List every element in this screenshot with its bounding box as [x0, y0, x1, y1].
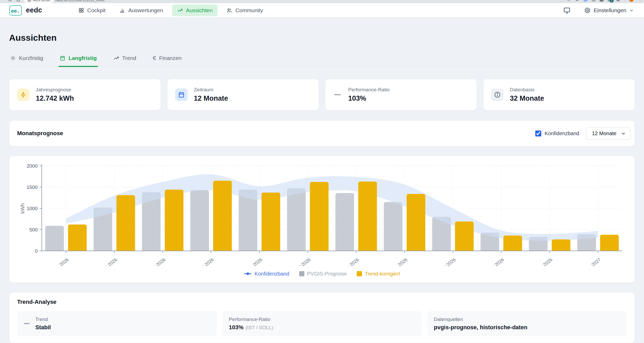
app-logo[interactable]: ee dc [9, 5, 22, 16]
confidence-band-toggle[interactable]: Konfidenzband [535, 131, 579, 136]
stat-card-performance-ratio: Performance-Ratio 103% [325, 79, 477, 111]
trend-section-title: Trend-Analyse [17, 299, 627, 305]
forecast-chart-card: 0500100015002000Feb 2026Mär 2026Apr 2026… [9, 156, 635, 283]
browser-reload-icon[interactable] [8, 0, 12, 3]
browser-extension-icon[interactable] [600, 0, 604, 2]
calendar-icon [60, 55, 65, 61]
settings-menu[interactable]: Einstellungen [584, 7, 634, 13]
brand-name: eedc [26, 6, 42, 14]
stat-value: 12.742 kWh [36, 94, 74, 102]
trend-value-suffix: (IST / SOLL) [245, 325, 273, 330]
nav-item-community[interactable]: Community [221, 4, 268, 16]
browser-security-chip[interactable]: Nicht sicher [24, 0, 54, 3]
bar-chart-icon [119, 8, 125, 13]
months-select[interactable]: 12 Monate [586, 127, 631, 140]
stat-value: 12 Monate [194, 94, 228, 102]
stat-card-datenbasis: Datenbasis 32 Monate [483, 79, 635, 111]
tab-trend[interactable]: Trend [112, 54, 137, 66]
calendar-icon [175, 88, 188, 101]
trend-item-performance: Performance-Ratio 103%(IST / SOLL) [222, 311, 422, 336]
settings-label: Einstellungen [594, 7, 626, 13]
bar-pvgis [190, 190, 209, 251]
forecast-controls-card: Monatsprognose Konfidenzband 12 Monate [9, 120, 635, 146]
bar-trend [600, 235, 619, 251]
trend-value: 103%(IST / SOLL) [229, 324, 273, 331]
bar-pvgis [335, 193, 354, 251]
bar-pvgis [287, 188, 306, 251]
extension-badge-count: 1 [610, 0, 614, 3]
legend-item-pvgis[interactable]: PVGIS-Prognose [299, 271, 347, 277]
tab-label: Finanzen [159, 55, 181, 61]
browser-extension-badged-icon[interactable]: 1 [608, 0, 612, 2]
info-icon [491, 88, 504, 101]
nav-item-auswertungen[interactable]: Auswertungen [114, 4, 168, 16]
confidence-band-checkbox[interactable] [535, 131, 541, 136]
address-bar-url[interactable]: hass.iot:8123/bc122c22_eedc [55, 0, 105, 2]
browser-extension-icon[interactable] [592, 0, 595, 2]
trend-label: Datenquellen [434, 317, 527, 322]
bar-trend [117, 195, 135, 251]
dash-icon [24, 323, 30, 324]
browser-search-icon[interactable] [566, 0, 571, 2]
legend-label: PVGIS-Prognose [307, 271, 347, 277]
bar-trend [552, 239, 570, 251]
bolt-icon [17, 88, 30, 101]
x-tick-label: Mai 2026 [196, 257, 215, 266]
bar-trend [262, 193, 280, 251]
trending-up-icon [113, 55, 119, 61]
stat-card-jahresprognose: Jahresprognose 12.742 kWh [9, 79, 161, 111]
y-tick-label: 0 [35, 248, 38, 254]
y-axis-title: kWh [20, 203, 25, 214]
stat-value: 32 Monate [510, 94, 544, 102]
users-icon [227, 8, 232, 13]
euro-icon: € [153, 55, 156, 61]
legend-item-trend[interactable]: Trend-korrigiert [357, 271, 400, 277]
browser-extension-icon[interactable] [584, 0, 587, 2]
browser-bookmark-icon[interactable] [575, 0, 579, 2]
tab-label: Langfristig [68, 55, 97, 61]
browser-home-icon[interactable] [16, 0, 20, 3]
trend-label: Trend [35, 317, 51, 322]
square-marker [357, 271, 362, 276]
legend-item-konfidenzband[interactable]: Konfidenzband [244, 271, 289, 277]
bar-trend [455, 222, 474, 251]
trend-item-datenquellen: Datenquellen pvgis-prognose, historische… [427, 311, 627, 336]
bar-trend [68, 224, 87, 251]
line-dot-marker [244, 272, 252, 276]
tab-kurzfristig[interactable]: Kurzfristig [9, 54, 44, 66]
trend-value: pvgis-prognose, historische-daten [434, 324, 527, 331]
x-tick-label: Nov 2026 [486, 257, 505, 266]
trend-value: Stabil [35, 324, 51, 331]
stats-row: Jahresprognose 12.742 kWh Zeitraum 12 Mo… [9, 79, 635, 111]
browser-profile-avatar[interactable] [629, 0, 634, 2]
stat-value: 103% [348, 94, 389, 102]
tab-label: Kurzfristig [19, 55, 43, 61]
tab-bar: Kurzfristig Langfristig Trend € Finanzen [9, 54, 635, 67]
y-tick-label: 2000 [27, 163, 38, 169]
months-select-value: 12 Monate [592, 131, 616, 136]
stat-label: Performance-Ratio [348, 87, 389, 93]
stat-card-zeitraum: Zeitraum 12 Monate [167, 79, 319, 111]
trend-grid: Trend Stabil Performance-Ratio 103%(IST … [17, 311, 627, 336]
tab-label: Trend [122, 55, 136, 61]
bar-trend [358, 182, 377, 251]
legend-label: Konfidenzband [255, 271, 289, 277]
forecast-section-title: Monatsprognose [17, 130, 63, 137]
y-tick-label: 500 [29, 227, 38, 232]
forecast-chart: 0500100015002000Feb 2026Mär 2026Apr 2026… [15, 162, 630, 266]
logo-text-primary: ee [11, 8, 17, 13]
x-tick-label: Jul 2026 [294, 257, 312, 266]
browser-puzzle-icon[interactable] [616, 0, 621, 2]
tab-finanzen[interactable]: € Finanzen [152, 54, 183, 66]
x-tick-label: Apr 2026 [148, 257, 167, 266]
nav-item-cockpit[interactable]: Cockpit [73, 4, 111, 16]
x-tick-label: Dez 2026 [535, 257, 553, 266]
stat-label: Datenbasis [510, 87, 544, 93]
nav-item-aussichten[interactable]: Aussichten [172, 4, 218, 16]
monitor-icon[interactable] [563, 7, 571, 14]
bar-pvgis [384, 202, 402, 251]
tab-langfristig[interactable]: Langfristig [59, 54, 98, 67]
y-tick-label: 1000 [27, 206, 38, 211]
logo-text-secondary: dc [17, 11, 20, 13]
browser-menu-icon[interactable]: ⋮ [638, 0, 642, 2]
